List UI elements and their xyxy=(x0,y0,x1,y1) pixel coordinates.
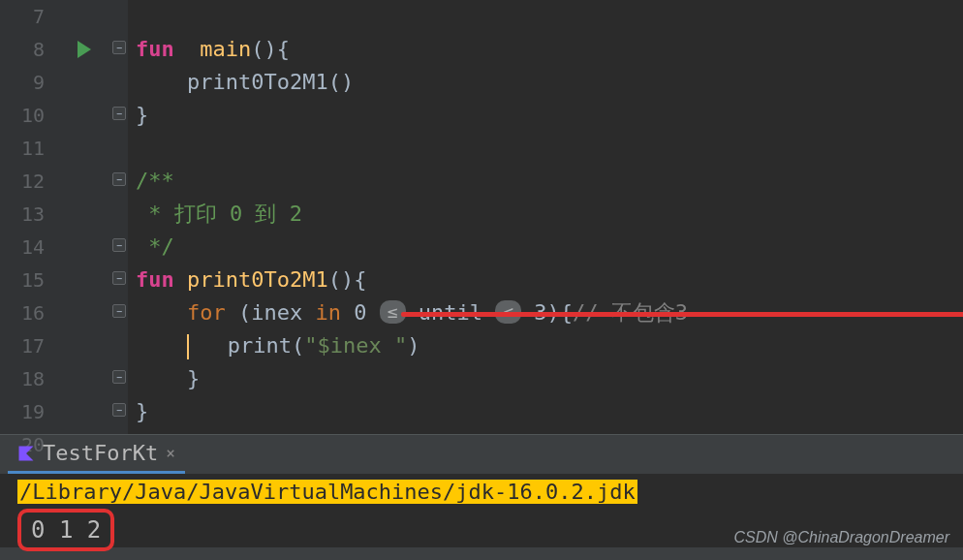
code-text: } xyxy=(187,366,200,390)
code-line: } xyxy=(136,395,963,428)
line-number-gutter: 7 8 9 10 11 12 13 14 15 16 17 18 19 20 xyxy=(0,0,58,434)
highlighted-path: /Library/Java/JavaVirtualMachines/jdk-16… xyxy=(17,480,637,504)
code-text: ( xyxy=(292,333,304,358)
fold-toggle-icon[interactable]: − xyxy=(112,107,126,120)
code-line: } xyxy=(136,362,963,395)
code-text: ) xyxy=(407,333,419,358)
code-text: () xyxy=(328,70,355,94)
code-text: (){ xyxy=(251,37,290,61)
run-gutter-icon[interactable] xyxy=(78,41,91,58)
code-text: (inex xyxy=(226,300,316,325)
code-line: fun main(){ xyxy=(136,33,963,66)
fold-toggle-icon[interactable]: − xyxy=(112,172,126,186)
keyword-for: for xyxy=(187,300,226,325)
close-tab-icon[interactable]: × xyxy=(166,444,175,462)
annotation-underline xyxy=(401,312,963,317)
fold-toggle-icon[interactable]: − xyxy=(112,271,126,285)
line-number: 15 xyxy=(0,264,45,296)
line-number: 13 xyxy=(0,198,45,231)
gutter-icon-column: − − − − − − − − xyxy=(58,0,128,434)
code-area[interactable]: fun main(){ print0To2M1() } /** * 打印 0 到… xyxy=(128,0,963,434)
line-number: 8 xyxy=(0,33,45,66)
line-number: 12 xyxy=(0,165,45,198)
line-number: 16 xyxy=(0,296,45,329)
doc-comment: * 打印 0 到 2 xyxy=(136,202,302,226)
code-line: } xyxy=(136,99,963,132)
code-line: */ xyxy=(136,231,963,264)
fold-toggle-icon[interactable]: − xyxy=(112,41,126,54)
console-path: /Library/Java/JavaVirtualMachines/jdk-16… xyxy=(17,478,946,507)
function-name: main xyxy=(200,37,251,61)
code-text: (){ xyxy=(328,267,367,292)
run-tab[interactable]: TestForKt × xyxy=(8,435,185,474)
line-number: 17 xyxy=(0,329,45,362)
fold-toggle-icon[interactable]: − xyxy=(112,238,126,252)
code-text: 0 xyxy=(341,300,367,325)
fold-toggle-icon[interactable]: − xyxy=(112,370,126,384)
fold-toggle-icon[interactable]: − xyxy=(112,403,126,417)
line-number: 7 xyxy=(0,0,45,33)
line-number: 18 xyxy=(0,362,45,395)
function-call: print xyxy=(228,333,292,358)
line-number: 9 xyxy=(0,66,45,99)
code-line: /** xyxy=(136,165,963,198)
keyword-in: in xyxy=(315,300,341,325)
code-editor[interactable]: 7 8 9 10 11 12 13 14 15 16 17 18 19 20 −… xyxy=(0,0,963,434)
output-highlight-box: 0 1 2 xyxy=(17,509,114,551)
code-line: * 打印 0 到 2 xyxy=(136,198,963,231)
line-number: 10 xyxy=(0,99,45,132)
code-line xyxy=(136,0,963,33)
kotlin-icon xyxy=(17,445,35,462)
keyword-fun: fun xyxy=(136,267,174,292)
string-literal: "$inex " xyxy=(304,333,407,358)
function-call: print0To2M1 xyxy=(187,70,328,94)
code-line: fun print0To2M1(){ xyxy=(136,264,963,296)
line-number: 11 xyxy=(0,132,45,165)
caret-icon xyxy=(187,334,189,359)
function-name: print0To2M1 xyxy=(187,267,328,292)
tab-bar: TestForKt × xyxy=(0,435,963,474)
keyword-fun: fun xyxy=(136,37,174,61)
code-text: } xyxy=(136,399,148,423)
doc-comment: */ xyxy=(136,234,174,259)
line-number: 19 xyxy=(0,395,45,428)
doc-comment: /** xyxy=(136,169,174,193)
code-line: print0To2M1() xyxy=(136,66,963,99)
tab-title: TestForKt xyxy=(43,441,158,465)
fold-toggle-icon[interactable]: − xyxy=(112,304,126,318)
code-text: } xyxy=(136,103,148,127)
watermark: CSDN @ChinaDragonDreamer xyxy=(733,529,949,546)
svg-marker-0 xyxy=(19,446,34,460)
code-line xyxy=(136,132,963,165)
code-line: print("$inex ") xyxy=(136,329,963,362)
line-number: 14 xyxy=(0,231,45,264)
